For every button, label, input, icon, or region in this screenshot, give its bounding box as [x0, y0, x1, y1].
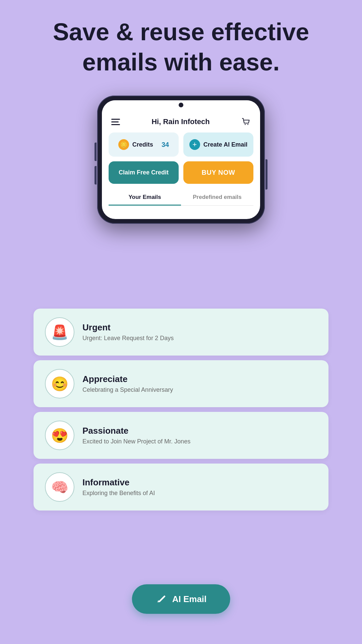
create-ai-label: Create AI Email [203, 141, 247, 148]
menu-button[interactable] [111, 119, 120, 125]
email-emoji-passionate: 😍 [45, 421, 74, 450]
email-item-passionate[interactable]: 😍 Passionate Excited to Join New Project… [34, 412, 328, 459]
credits-value: 34 [162, 141, 169, 149]
phone-side-button-right [265, 159, 267, 190]
email-subtitle-appreciate: Celebrating a Special Anniversary [82, 386, 173, 393]
email-item-informative[interactable]: 🧠 Informative Exploring the Benefits of … [34, 464, 328, 511]
email-subtitle-informative: Exploring the Benefits of AI [82, 490, 155, 497]
phone-mockup: Hi, Rain Infotech 🪙 Credits 34 + [97, 96, 265, 224]
email-subtitle-urgent: Urgent: Leave Request for 2 Days [82, 335, 174, 342]
email-tabs: Your Emails Predefined emails [109, 190, 253, 206]
app-header: Hi, Rain Infotech [102, 110, 260, 132]
app-title: Hi, Rain Infotech [152, 117, 210, 126]
ai-email-button[interactable]: AI Email [132, 584, 230, 614]
pencil-icon [156, 593, 168, 605]
tab-your-emails[interactable]: Your Emails [109, 190, 181, 206]
phone-camera [179, 103, 183, 107]
phone-notch [102, 100, 260, 110]
coin-icon: 🪙 [118, 139, 129, 150]
buy-now-button[interactable]: BUY NOW [183, 161, 253, 184]
hero-heading: Save & reuse effective emails with ease. [0, 17, 362, 77]
dashboard-cards: 🪙 Credits 34 + Create AI Email [102, 132, 260, 161]
hamburger-line [111, 124, 120, 125]
svg-point-1 [247, 124, 248, 125]
email-list: 🚨 Urgent Urgent: Leave Request for 2 Day… [34, 309, 328, 511]
email-info-appreciate: Appreciate Celebrating a Special Anniver… [82, 374, 173, 393]
phone-side-button-left2 [95, 166, 97, 184]
page-root: Save & reuse effective emails with ease. [0, 0, 362, 644]
email-emoji-informative: 🧠 [45, 472, 74, 502]
email-info-passionate: Passionate Excited to Join New Project o… [82, 426, 190, 445]
tab-predefined-emails[interactable]: Predefined emails [181, 190, 253, 206]
email-title-informative: Informative [82, 477, 155, 488]
action-buttons: Claim Free Credit BUY NOW [102, 161, 260, 190]
email-title-passionate: Passionate [82, 426, 190, 436]
plus-circle-icon: + [189, 139, 200, 150]
email-emoji-urgent: 🚨 [45, 317, 74, 347]
phone-bottom-spacer [102, 206, 260, 219]
email-subtitle-passionate: Excited to Join New Project of Mr. Jones [82, 438, 190, 445]
credits-card[interactable]: 🪙 Credits 34 [109, 132, 179, 157]
cart-icon[interactable] [241, 117, 251, 126]
email-emoji-appreciate: 😊 [45, 369, 74, 398]
email-item-urgent[interactable]: 🚨 Urgent Urgent: Leave Request for 2 Day… [34, 309, 328, 356]
ai-email-label: AI Email [172, 594, 207, 604]
svg-point-0 [245, 124, 246, 125]
email-item-appreciate[interactable]: 😊 Appreciate Celebrating a Special Anniv… [34, 360, 328, 407]
email-title-urgent: Urgent [82, 322, 174, 333]
email-info-urgent: Urgent Urgent: Leave Request for 2 Days [82, 322, 174, 342]
email-info-informative: Informative Exploring the Benefits of AI [82, 477, 155, 497]
hamburger-line [111, 119, 120, 120]
credits-label: Credits [132, 141, 153, 148]
ai-email-button-wrap: AI Email [132, 584, 230, 614]
create-ai-email-card[interactable]: + Create AI Email [183, 132, 253, 157]
claim-free-credit-button[interactable]: Claim Free Credit [109, 161, 179, 184]
email-title-appreciate: Appreciate [82, 374, 173, 384]
phone-side-button-left [95, 143, 97, 161]
hamburger-line [111, 121, 119, 122]
